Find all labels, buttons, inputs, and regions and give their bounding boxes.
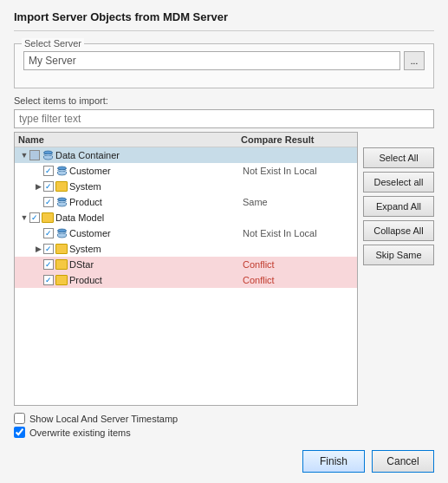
tree-checkbox[interactable] [43,197,54,207]
header-result: Compare Result [241,134,354,145]
overwrite-label[interactable]: Overwrite existing items [14,427,434,438]
import-section: Select items to import: Name Compare Res… [14,95,434,406]
tree-checkbox[interactable] [43,244,54,254]
tree-row-label: Product [69,197,243,207]
tree-panel-row: Name Compare Result ▼ Data Container Cus… [14,132,434,406]
tree-row-result: Same [243,197,355,207]
tree-checkbox[interactable] [43,259,54,270]
tree-row[interactable]: CustomerNot Exist In Local [15,225,357,241]
select-all-button[interactable]: Select All [363,147,434,168]
overwrite-checkbox[interactable] [14,427,25,438]
collapse-all-button[interactable]: Collapse All [363,220,434,241]
tree-expander [34,229,42,238]
folder-icon [55,259,68,270]
tree-row[interactable]: ProductSame [15,194,357,210]
show-timestamp-checkbox[interactable] [14,413,25,424]
tree-header: Name Compare Result [15,133,357,147]
server-input[interactable] [23,51,400,70]
header-name: Name [18,134,241,145]
tree-row[interactable]: ▶System [15,179,357,194]
tree-row-label: Product [69,275,243,285]
tree-container[interactable]: Name Compare Result ▼ Data Container Cus… [14,132,358,406]
tree-expander [34,276,42,284]
tree-checkbox[interactable] [29,212,40,223]
tree-row-label: Data Container [55,150,243,160]
tree-checkbox[interactable] [29,150,40,160]
folder-icon [55,275,68,285]
server-group-label: Select Server [22,38,84,49]
cancel-button[interactable]: Cancel [372,450,434,473]
finish-button[interactable]: Finish [302,450,365,473]
tree-row[interactable]: ▼Data Model [15,210,357,225]
skip-same-button[interactable]: Skip Same [363,245,434,265]
tree-rows: ▼ Data Container CustomerNot Exist In Lo… [15,147,357,288]
tree-row-label: Customer [69,228,243,238]
show-timestamp-text: Show Local And Server Timestamp [29,414,178,424]
tree-expander [34,166,42,175]
tree-checkbox[interactable] [43,166,54,176]
import-label: Select items to import: [14,95,434,106]
dialog-title: Import Server Objects from MDM Server [14,10,434,31]
server-select-row: ... [23,51,425,70]
show-timestamp-label[interactable]: Show Local And Server Timestamp [14,413,434,424]
tree-expander[interactable]: ▼ [20,151,29,160]
folder-icon [55,244,68,254]
tree-checkbox[interactable] [43,181,54,192]
tree-row-result: Not Exist In Local [243,228,355,238]
tree-row[interactable]: DStarConflict [15,257,357,272]
tree-row-label: Customer [69,166,243,176]
tree-row[interactable]: CustomerNot Exist In Local [15,163,357,179]
tree-row-result: Conflict [243,259,355,270]
bottom-buttons: Finish Cancel [14,450,434,473]
tree-row-label: Data Model [55,212,243,223]
db-icon [42,149,54,161]
tree-row[interactable]: ProductConflict [15,272,357,288]
tree-expander [34,260,42,269]
server-group: Select Server ... [14,43,434,88]
folder-icon [55,181,68,192]
tree-row-label: DStar [69,259,243,270]
side-buttons: Select All Deselect all Expand All Colla… [363,132,434,406]
db-icon [55,196,68,208]
tree-row-label: System [69,181,243,192]
tree-checkbox[interactable] [43,275,54,285]
tree-row[interactable]: ▶System [15,241,357,257]
tree-expander[interactable]: ▶ [34,245,42,253]
db-icon [55,227,68,239]
db-icon [55,165,68,177]
tree-row-result: Conflict [243,275,355,285]
tree-expander[interactable]: ▼ [20,213,29,222]
folder-icon [42,212,54,223]
tree-expander [34,198,42,206]
tree-checkbox[interactable] [43,228,54,238]
dialog: Import Server Objects from MDM Server Se… [0,0,448,483]
tree-row[interactable]: ▼ Data Container [15,147,357,163]
deselect-all-button[interactable]: Deselect all [363,172,434,193]
browse-button[interactable]: ... [404,51,425,70]
checkboxes-row: Show Local And Server Timestamp Overwrit… [14,413,434,438]
tree-row-result: Not Exist In Local [243,166,355,176]
expand-all-button[interactable]: Expand All [363,196,434,217]
overwrite-text: Overwrite existing items [29,428,131,438]
filter-input[interactable] [14,109,434,128]
tree-row-label: System [69,244,243,254]
tree-expander[interactable]: ▶ [34,182,42,191]
